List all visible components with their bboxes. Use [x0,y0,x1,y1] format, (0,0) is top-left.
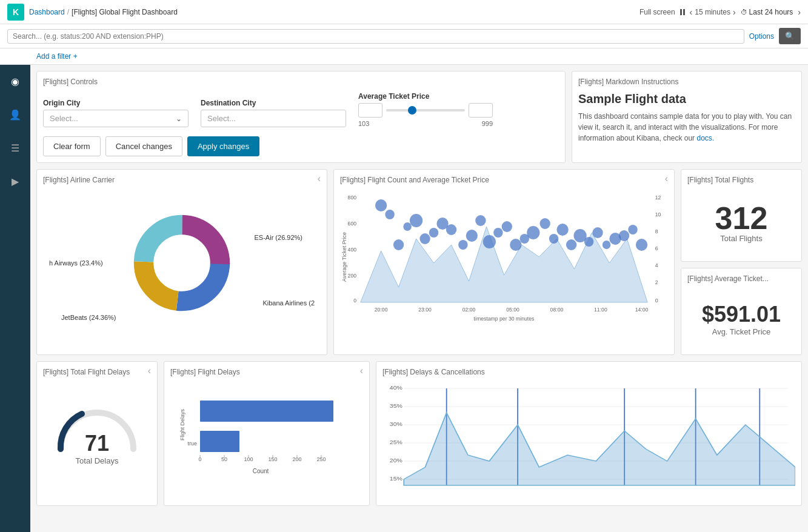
markdown-text1: This dashboard contains sample data for … [578,112,792,142]
svg-point-32 [502,221,512,232]
origin-city-field: Origin City Select... ⌄ [43,99,189,127]
flight-delays-back-button[interactable]: ‹ [360,365,363,376]
time-interval: ‹ 15 minutes › [690,7,736,17]
svg-marker-17 [361,227,647,302]
svg-point-18 [375,199,387,211]
svg-point-26 [446,224,456,235]
markdown-heading: Sample Flight data [578,92,795,106]
svg-point-45 [619,230,629,241]
svg-text:14:00: 14:00 [635,307,649,313]
clear-form-button[interactable]: Clear form [43,136,101,156]
avg-ticket-value: $591.01 [687,301,795,327]
bar-chart-container: Flight Delays true 0 50 100 150 200 250 [170,382,363,493]
svg-text:20:00: 20:00 [375,307,388,313]
add-filter-button[interactable]: Add a filter + [36,52,78,61]
gauge-label: Total Delays [76,456,119,465]
flight-count-panel: [Flights] Flight Count and Average Ticke… [333,169,675,355]
donut-container: h Airways (23.4%) ES-Air (26.92%) [43,190,321,336]
svg-rect-59 [200,401,333,422]
svg-point-20 [393,239,404,250]
total-delays-back-button[interactable]: ‹ [148,365,151,376]
svg-text:23:00: 23:00 [418,307,432,313]
svg-point-33 [510,239,521,251]
markdown-panel: [Flights] Markdown Instructions Sample F… [572,71,802,163]
flight-count-chart: 800 600 400 200 0 12 10 8 6 4 2 0 [340,190,668,324]
total-flights-label: Total Flights [687,234,795,243]
donut-label-jetbeats: JetBeats (24.36%) [61,314,116,321]
sidebar-item-home[interactable]: ◉ [6,71,24,92]
time-next-arrow[interactable]: › [733,7,736,17]
airline-back-button[interactable]: ‹ [318,173,321,184]
time-range-next-arrow[interactable]: › [798,7,801,17]
svg-point-31 [493,228,502,238]
svg-point-19 [385,210,394,219]
cancel-changes-button[interactable]: Cancel changes [105,136,182,156]
svg-point-23 [419,233,430,244]
slider-min-input[interactable] [358,103,382,118]
pause-button[interactable] [680,9,685,15]
svg-point-29 [475,215,486,226]
svg-point-24 [429,228,438,238]
svg-text:4: 4 [655,262,658,268]
breadcrumb: Dashboard / [Flights] Global Flight Dash… [29,8,178,16]
svg-point-38 [556,224,568,236]
markdown-panel-title: [Flights] Markdown Instructions [578,78,795,86]
origin-city-label: Origin City [43,99,189,107]
delays-cancellations-panel: [Flights] Delays & Cancellations 40% 35%… [376,361,802,506]
destination-city-label: Destination City [201,99,346,107]
slider-max-input[interactable] [469,103,493,118]
avg-ticket-price-field: Average Ticket Price [358,92,493,127]
svg-point-22 [410,214,422,227]
search-bar: Options 🔍 [0,24,808,48]
kibana-logo: K [7,4,24,21]
flight-count-title: [Flights] Flight Count and Average Ticke… [340,176,668,184]
options-button[interactable]: Options [749,32,774,41]
time-prev-arrow[interactable]: ‹ [690,7,693,17]
controls-fields: Origin City Select... ⌄ Destination City… [43,92,559,127]
sidebar-item-user[interactable]: 👤 [4,104,26,125]
destination-city-input[interactable]: Select... [201,110,346,127]
time-interval-label: 15 minutes [695,8,730,16]
flight-delays-title: [Flights] Flight Delays ‹ [170,368,363,376]
slider-min-label: 103 [358,120,369,127]
svg-text:400: 400 [348,247,357,253]
flight-count-back-button[interactable]: ‹ [665,173,668,184]
markdown-text: This dashboard contains sample data for … [578,111,795,144]
destination-city-placeholder: Select... [207,114,236,123]
sidebar-item-play[interactable]: ▶ [7,171,24,192]
pause-icon [680,9,685,15]
airline-panel: [Flights] Airline Carrier ‹ h Airways (2… [36,169,327,355]
breadcrumb-parent[interactable]: Dashboard [29,8,65,16]
flight-delays-panel: [Flights] Flight Delays ‹ Flight Delays … [164,361,370,506]
slider-thumb[interactable] [408,106,416,115]
svg-text:0: 0 [655,298,658,304]
main-content: [Flights] Controls Origin City Select...… [30,65,808,532]
svg-rect-60 [200,431,239,452]
origin-city-select[interactable]: Select... ⌄ [43,110,189,127]
search-go-button[interactable]: 🔍 [779,28,801,44]
sidebar-item-list[interactable]: ☰ [6,138,24,159]
delays-chart-svg: 40% 35% 30% 25% 20% 15% [382,382,795,497]
search-input-wrapper[interactable] [7,29,744,44]
origin-city-placeholder: Select... [50,114,176,123]
svg-text:8: 8 [655,228,658,234]
search-input[interactable] [13,32,739,41]
bar-chart-svg: Flight Delays true 0 50 100 150 200 250 [170,388,363,485]
svg-point-43 [603,241,611,249]
gauge-container: 71 Total Delays [43,382,151,471]
svg-text:15%: 15% [390,476,402,482]
total-delays-title-text: [Flights] Total Flight Delays [43,368,130,376]
svg-point-30 [483,235,496,248]
row1: [Flights] Controls Origin City Select...… [36,71,802,163]
svg-text:200: 200 [348,273,357,279]
delays-cancellations-title: [Flights] Delays & Cancellations [382,368,795,376]
slider-container [358,103,493,118]
markdown-docs-link[interactable]: docs. [696,134,714,142]
time-range: ⏱ Last 24 hours [741,8,793,16]
svg-point-28 [466,230,478,242]
svg-point-35 [527,226,539,239]
slider-track-area [386,103,465,118]
logo-text: K [13,7,19,17]
fullscreen-button[interactable]: Full screen [639,8,675,16]
apply-changes-button[interactable]: Apply changes [187,136,259,156]
